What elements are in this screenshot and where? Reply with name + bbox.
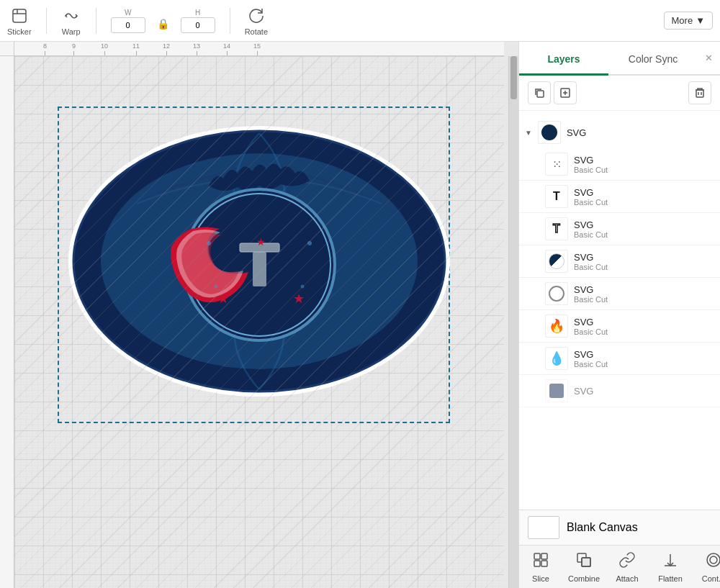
svg-point-17 (307, 241, 312, 245)
layer-half-circle-icon (549, 253, 564, 269)
group-thumb-color (541, 125, 557, 140)
warp-label: Warp (62, 27, 81, 36)
layer-item-6[interactable]: 🔥 SVG Basic Cut (519, 310, 720, 343)
svg-point-35 (707, 553, 720, 566)
ruler-tick-15: 15 (253, 42, 261, 55)
layer-t-filled-icon: T (553, 190, 560, 203)
layer-info-1: SVG Basic Cut (574, 155, 711, 174)
layer-name-2: SVG (574, 187, 711, 198)
more-button[interactable]: More ▼ (664, 12, 714, 30)
layer-flame-blue-icon: 🔥 (549, 318, 564, 334)
layer-thumb-6: 🔥 (545, 315, 568, 338)
separator-1 (46, 8, 47, 34)
svg-rect-23 (696, 90, 703, 97)
lock-icon[interactable]: 🔒 (157, 18, 169, 30)
combine-label: Combine (568, 574, 600, 583)
more-label: More (672, 15, 693, 26)
top-toolbar: Sticker Warp W 🔒 H Rot (0, 0, 720, 42)
layer-type-3: Basic Cut (574, 230, 711, 239)
layers-list: ▼ SVG ⁙ SVG Basic Cut (519, 111, 720, 510)
attach-button[interactable]: Attach (606, 551, 649, 583)
height-field: H (181, 9, 215, 33)
svg-text:★: ★ (217, 291, 229, 306)
svg-point-15 (207, 241, 211, 245)
ruler-tick-14: 14 (223, 42, 230, 55)
layer-type-4: Basic Cut (574, 263, 711, 271)
canvas-content[interactable]: ★ ★ ★ (14, 56, 504, 588)
layer-group-header[interactable]: ▼ SVG (519, 117, 720, 148)
layer-flame-dark-icon: 💧 (549, 350, 564, 366)
layer-item-4[interactable]: SVG Basic Cut (519, 245, 720, 278)
width-input[interactable] (111, 17, 145, 33)
ruler-tick-10: 10 (101, 42, 108, 55)
svg-rect-31 (582, 558, 590, 566)
layer-thumb-1: ⁙ (545, 153, 568, 176)
svg-point-16 (215, 285, 218, 289)
layer-type-6: Basic Cut (574, 327, 711, 336)
svg-point-8 (188, 194, 330, 336)
layer-item-1[interactable]: ⁙ SVG Basic Cut (519, 148, 720, 181)
delete-layer-button[interactable] (688, 81, 711, 104)
tab-layers[interactable]: Layers (519, 42, 608, 76)
group-info: SVG (567, 127, 711, 138)
svg-point-5 (73, 131, 445, 392)
layer-type-5: Basic Cut (574, 295, 711, 304)
rotate-label: Rotate (245, 27, 268, 36)
vertical-scrollbar[interactable] (508, 56, 518, 588)
svg-rect-29 (541, 561, 547, 566)
layer-name-5: SVG (574, 284, 711, 295)
layer-thumb-7: 💧 (545, 347, 568, 370)
layer-item-7[interactable]: 💧 SVG Basic Cut (519, 343, 720, 375)
attach-icon (618, 551, 636, 572)
more-chevron: ▼ (696, 15, 705, 26)
svg-text:★: ★ (293, 291, 305, 306)
svg-point-18 (301, 285, 305, 289)
sticker-tool[interactable]: Sticker (7, 6, 32, 36)
layer-item-8[interactable]: SVG (519, 375, 720, 407)
warp-tool[interactable]: Warp (61, 6, 81, 36)
design-object[interactable]: ★ ★ ★ (50, 99, 468, 423)
blank-canvas-item[interactable]: Blank Canvas (519, 510, 720, 545)
layer-name-6: SVG (574, 317, 711, 327)
contour-button[interactable]: Cont... (692, 551, 720, 583)
panel-close-icon[interactable]: ✕ (698, 42, 720, 74)
attach-label: Attach (616, 574, 638, 583)
svg-rect-26 (534, 553, 540, 559)
slice-label: Slice (532, 574, 549, 583)
layer-item-5[interactable]: SVG Basic Cut (519, 278, 720, 310)
svg-point-7 (184, 189, 335, 340)
ruler-corner (0, 42, 14, 56)
svg-point-6 (101, 153, 418, 369)
scrollbar-thumb[interactable] (510, 56, 517, 99)
layer-thumb-3: T (545, 217, 568, 240)
ruler-tick-13: 13 (193, 42, 200, 55)
ruler-top: 8 9 10 11 12 13 14 15 (14, 42, 504, 56)
svg-point-4 (73, 131, 445, 392)
svg-rect-19 (537, 91, 544, 97)
blank-canvas-thumbnail (528, 516, 559, 539)
layer-t-outline-icon: T (553, 222, 560, 235)
layer-item-2[interactable]: T SVG Basic Cut (519, 181, 720, 213)
rotate-tool[interactable]: Rotate (245, 6, 268, 36)
flatten-button[interactable]: Flatten (649, 551, 692, 583)
layer-info-6: SVG Basic Cut (574, 317, 711, 336)
layer-name-4: SVG (574, 252, 711, 263)
separator-2 (96, 8, 96, 34)
slice-button[interactable]: Slice (519, 551, 562, 583)
add-layer-button[interactable] (554, 81, 577, 104)
svg-rect-11 (240, 243, 279, 252)
layer-info-8: SVG (574, 386, 711, 397)
layer-info-4: SVG Basic Cut (574, 252, 711, 271)
warp-icon (61, 6, 81, 26)
ruler-tick-12: 12 (163, 42, 170, 55)
canvas-area[interactable]: 8 9 10 11 12 13 14 15 (0, 42, 518, 588)
height-input[interactable] (181, 17, 215, 33)
combine-button[interactable]: Combine (562, 551, 606, 583)
layer-item-3[interactable]: T SVG Basic Cut (519, 213, 720, 245)
tab-colorsync[interactable]: Color Sync (608, 42, 698, 76)
layer-thumb-4 (545, 250, 568, 273)
layer-info-7: SVG Basic Cut (574, 349, 711, 368)
layer-circle-outline-icon (549, 286, 564, 302)
rotate-icon (246, 6, 266, 26)
duplicate-layer-button[interactable] (528, 81, 551, 104)
